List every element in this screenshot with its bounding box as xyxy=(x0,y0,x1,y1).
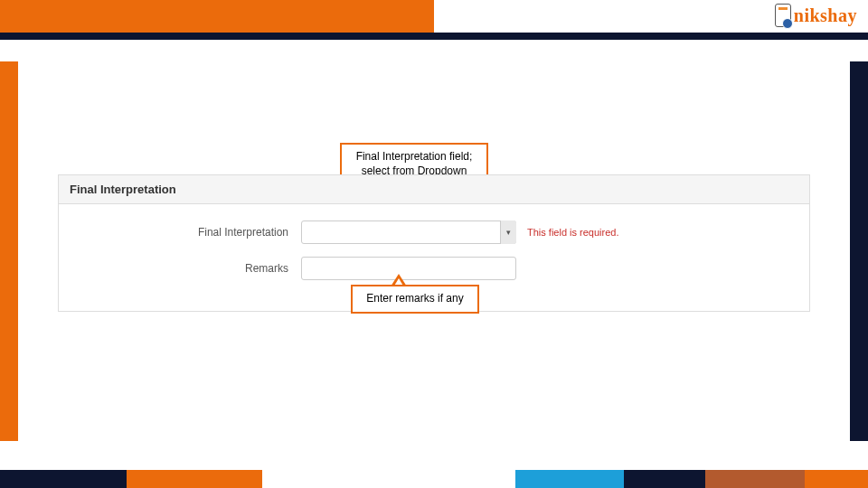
footer-stripe-1 xyxy=(0,470,127,488)
right-dark-bar xyxy=(850,61,868,441)
footer-stripe-6 xyxy=(705,470,805,488)
brand-name: nikshay xyxy=(794,5,857,26)
top-orange-bar xyxy=(0,0,434,33)
remarks-input[interactable] xyxy=(301,257,516,280)
interpretation-select[interactable] xyxy=(301,221,516,244)
row-remarks: Remarks xyxy=(70,257,798,280)
brand-logo: nikshay xyxy=(775,4,857,27)
phone-icon xyxy=(775,4,791,27)
label-remarks: Remarks xyxy=(70,262,301,275)
footer-stripe-5 xyxy=(624,470,705,488)
footer-stripe-7 xyxy=(805,470,868,488)
callout-remarks: Enter remarks if any xyxy=(351,285,479,314)
label-interpretation: Final Interpretation xyxy=(70,226,301,239)
top-dark-bar xyxy=(0,33,868,40)
interpretation-error: This field is required. xyxy=(527,227,619,238)
interpretation-select-wrap[interactable]: ▾ xyxy=(301,221,516,244)
row-interpretation: Final Interpretation ▾ This field is req… xyxy=(70,221,798,244)
footer-stripe-4 xyxy=(515,470,624,488)
panel-title: Final Interpretation xyxy=(59,175,809,204)
left-orange-bar xyxy=(0,61,18,441)
footer-stripes xyxy=(0,470,868,488)
footer-stripe-3 xyxy=(262,470,515,488)
footer-stripe-2 xyxy=(127,470,262,488)
